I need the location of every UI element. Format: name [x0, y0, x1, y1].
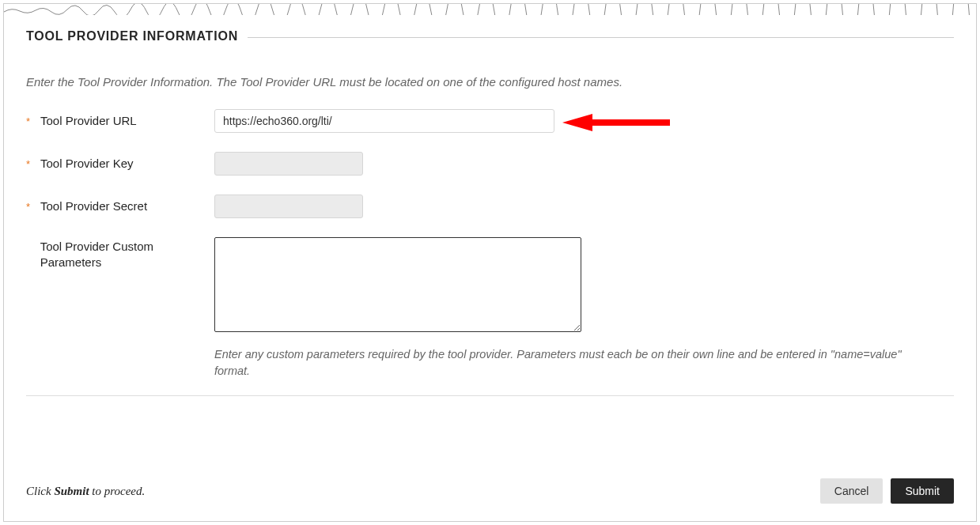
required-indicator-icon: * [26, 115, 40, 127]
tool-provider-url-input[interactable] [214, 109, 554, 133]
custom-parameters-hint: Enter any custom parameters required by … [214, 346, 926, 380]
annotation-arrow-icon [561, 112, 672, 136]
tool-provider-secret-input[interactable] [214, 195, 363, 218]
row-tool-provider-key: * Tool Provider Key [26, 152, 954, 176]
label-custom-parameters: Tool Provider Custom Parameters [40, 239, 214, 270]
required-indicator-icon: * [26, 201, 40, 213]
footer-text: Click Submit to proceed. [26, 485, 145, 498]
torn-edge-decoration [4, 4, 976, 15]
cancel-button[interactable]: Cancel [820, 478, 884, 504]
required-indicator-icon: * [26, 158, 40, 170]
label-tool-provider-url: Tool Provider URL [40, 114, 137, 127]
row-tool-provider-url: * Tool Provider URL [26, 109, 954, 133]
label-tool-provider-secret: Tool Provider Secret [40, 199, 147, 213]
row-tool-provider-secret: * Tool Provider Secret [26, 195, 954, 218]
submit-button[interactable]: Submit [891, 478, 954, 504]
section-title: TOOL PROVIDER INFORMATION [26, 29, 248, 43]
label-tool-provider-key: Tool Provider Key [40, 157, 134, 170]
tool-provider-key-input[interactable] [214, 152, 363, 176]
section-divider [248, 37, 954, 38]
footer: Click Submit to proceed. Cancel Submit [26, 478, 954, 504]
row-custom-parameters: Tool Provider Custom Parameters Enter an… [26, 237, 954, 380]
form-container: TOOL PROVIDER INFORMATION Enter the Tool… [3, 3, 977, 522]
svg-marker-1 [562, 114, 592, 131]
section-header: TOOL PROVIDER INFORMATION [26, 29, 954, 43]
footer-separator [26, 395, 954, 396]
instruction-text: Enter the Tool Provider Information. The… [26, 75, 954, 89]
custom-parameters-textarea[interactable] [214, 237, 581, 332]
